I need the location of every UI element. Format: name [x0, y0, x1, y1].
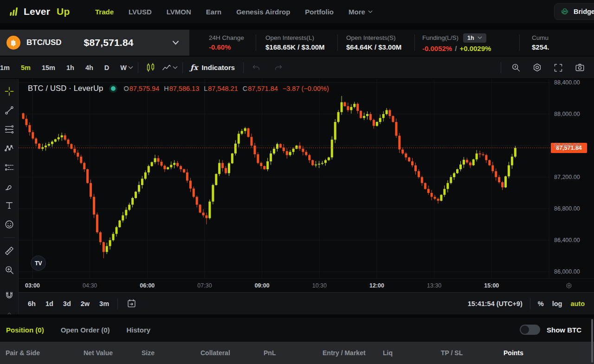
settings-icon[interactable]	[529, 61, 545, 75]
nav-item-label: Trade	[95, 8, 114, 16]
range-1d[interactable]: 1d	[43, 299, 56, 309]
top-nav: Lever Up TradeLVUSDLVMONEarnGenesis Aird…	[0, 0, 594, 23]
column-header-pair-side[interactable]: Pair & Side	[6, 349, 84, 357]
range-3d[interactable]: 3d	[60, 299, 74, 309]
timeframe-1h[interactable]: 1h	[63, 62, 77, 73]
range-6h[interactable]: 6h	[25, 299, 39, 309]
time-axis[interactable]: 03:0004:3006:0007:3009:0010:3012:0013:30…	[19, 278, 594, 292]
log-scale-button[interactable]: log	[552, 300, 562, 307]
stat-value: -0.60%	[209, 43, 256, 51]
tradingview-logo[interactable]: TV	[31, 255, 46, 271]
timeframe-1m[interactable]: 1m	[0, 62, 13, 73]
long-position-tool[interactable]	[3, 161, 15, 173]
crosshair-tool[interactable]	[3, 85, 15, 97]
magnet-tool[interactable]	[3, 290, 15, 302]
stat-label: Open Interests(L)	[265, 34, 314, 41]
column-header-entry-market[interactable]: Entry / Market	[323, 349, 383, 357]
toolbar-divider	[530, 298, 530, 309]
bridge-button[interactable]: Bridge	[554, 3, 594, 20]
nav-item-portfolio[interactable]: Portfolio	[305, 8, 334, 16]
column-header-pnl[interactable]: PnL	[264, 349, 323, 357]
nav-item-trade[interactable]: Trade	[95, 8, 114, 16]
timeframe-4h[interactable]: 4h	[82, 62, 97, 73]
nav-item-lvmon[interactable]: LVMON	[167, 8, 191, 16]
quick-search-icon[interactable]	[508, 61, 523, 75]
toolbar-divider	[243, 62, 244, 73]
undo-icon[interactable]	[248, 61, 264, 75]
column-header-collateral[interactable]: Collateral	[200, 349, 264, 357]
positions-table-header: Pair & SideNet ValueSizeCollateralPnLEnt…	[0, 342, 594, 364]
percent-scale-button[interactable]: %	[538, 300, 544, 307]
pair-selector[interactable]: ฿ BTC/USD $87,571.84	[0, 30, 189, 56]
time-axis-label: 07:30	[197, 282, 212, 289]
tab-position-0[interactable]: Position (0)	[6, 326, 44, 334]
range-2w[interactable]: 2w	[78, 299, 92, 309]
nav-item-genesis-airdrop[interactable]: Genesis Airdrop	[236, 8, 290, 16]
timeframe-5m[interactable]: 5m	[18, 62, 34, 73]
chart-region: BTC / USD · LeverUp O87,575.94H87,586.13…	[0, 79, 594, 292]
auto-scale-button[interactable]: auto	[570, 300, 585, 307]
clock-timezone[interactable]: 15:41:54 (UTC+9)	[468, 300, 523, 307]
redo-icon[interactable]	[271, 61, 286, 75]
trend-line-tool[interactable]	[3, 104, 15, 116]
time-axis-label: 13:30	[427, 282, 441, 289]
ohlc-l: L87,548.21	[204, 85, 238, 92]
column-header-size[interactable]: Size	[142, 349, 200, 357]
ticker-bar: ฿ BTC/USD $87,571.84 24H Change-0.60%Ope…	[0, 30, 594, 56]
xabcd-pattern-tool[interactable]	[3, 142, 15, 154]
price-axis-label: 87,200.00	[554, 174, 580, 180]
go-to-date-icon[interactable]	[123, 297, 139, 311]
stat-24h-change: 24H Change-0.60%	[189, 34, 256, 51]
axis-settings-icon[interactable]	[565, 282, 573, 289]
candlestick-chart[interactable]	[19, 79, 550, 278]
column-header-net-value[interactable]: Net Value	[84, 349, 142, 357]
timeframe-more-chevron-icon[interactable]	[128, 66, 133, 70]
nav-item-lvusd[interactable]: LVUSD	[129, 8, 152, 16]
brush-tool[interactable]	[3, 180, 15, 192]
chart-style-icons	[143, 61, 174, 75]
timeframe-d[interactable]: D	[101, 62, 112, 73]
line-chart-icon[interactable]	[159, 61, 174, 75]
indicators-button[interactable]: ƒx Indicators	[190, 63, 235, 72]
chevron-down-icon	[478, 36, 482, 39]
legend-ohlc: O87,575.94H87,586.13L87,548.21C87,571.84…	[123, 85, 329, 92]
column-header-points[interactable]: Points	[504, 349, 594, 357]
undo-redo-group	[248, 61, 286, 75]
text-tool[interactable]	[3, 199, 15, 211]
funding-interval-dropdown[interactable]: 1h	[463, 33, 486, 43]
indicators-label: Indicators	[201, 64, 235, 71]
column-header-liq[interactable]: Liq	[383, 349, 441, 357]
timeframe-15m[interactable]: 15m	[39, 62, 58, 73]
chart-canvas[interactable]: BTC / USD · LeverUp O87,575.94H87,586.13…	[19, 79, 550, 278]
price-axis-label: 86,800.00	[554, 205, 580, 212]
chevron-down-icon[interactable]	[172, 40, 179, 45]
scrollbar[interactable]	[591, 319, 593, 363]
show-btc-control: Show BTC	[520, 318, 581, 342]
range-3m[interactable]: 3m	[97, 299, 112, 309]
price-axis[interactable]: 87,571.84 88,400.0088,000.0087,600.0087,…	[550, 79, 594, 278]
show-btc-toggle[interactable]	[520, 325, 540, 335]
zoom-in-tool[interactable]	[3, 264, 15, 276]
screenshot-icon[interactable]	[572, 61, 588, 75]
fullscreen-icon[interactable]	[550, 61, 566, 75]
nav-item-more[interactable]: More	[349, 8, 373, 16]
drawing-toolbar	[0, 79, 19, 314]
time-axis-label: 15:00	[484, 282, 499, 289]
stat-value: $64.64K / $3.00M	[346, 43, 414, 51]
column-header-tp-sl[interactable]: TP / SL	[441, 349, 504, 357]
scale-buttons: % log auto	[538, 300, 594, 307]
bridge-icon	[560, 7, 569, 16]
pair-name: BTC/USD	[26, 38, 62, 47]
tab-history[interactable]: History	[127, 326, 151, 334]
tab-open-order-0[interactable]: Open Order (0)	[61, 326, 110, 334]
market-status-dot	[111, 86, 116, 91]
candles-icon[interactable]	[143, 61, 159, 75]
emoji-tool[interactable]	[3, 218, 15, 230]
time-axis-label: 04:30	[83, 282, 97, 289]
brand-logo[interactable]: Lever Up	[0, 6, 86, 17]
fib-retracement-tool[interactable]	[3, 123, 15, 135]
time-axis-label: 03:00	[25, 282, 40, 289]
ruler-tool[interactable]	[3, 245, 15, 257]
nav-item-earn[interactable]: Earn	[206, 8, 221, 16]
chart-style-chevron-icon[interactable]	[173, 66, 178, 70]
